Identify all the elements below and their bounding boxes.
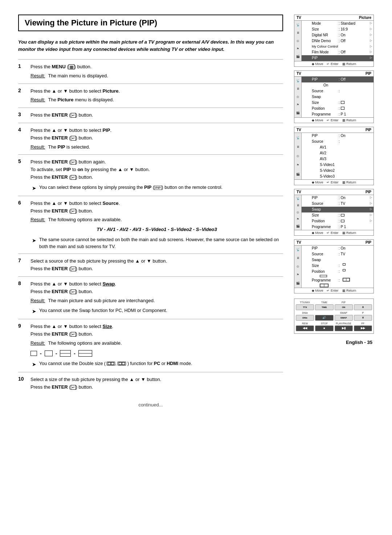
- tv-row-swap-4: Swap ▷: [302, 207, 373, 212]
- tv-panel-3-footer: ◆ Move↵ Enter▦ Return: [294, 179, 373, 185]
- tv-label-3: TV: [297, 128, 301, 132]
- btn-stop[interactable]: ■: [315, 325, 333, 331]
- step-2-result: The Picture menu is displayed.: [48, 96, 114, 104]
- step-7-content: Select a source of the sub picture by pr…: [30, 258, 283, 273]
- btn-swap[interactable]: SWAP: [335, 315, 353, 321]
- tv-section-label-1: Picture: [359, 16, 371, 20]
- tv-panel-4: TV PIP 📡 🖥 ◎ ⚑ 🎬 PIP : On ▷: [294, 189, 374, 236]
- tv-panel-4-header: TV PIP: [294, 189, 373, 195]
- tv-row-pip-4: PIP : On ▷: [302, 195, 373, 201]
- btn-ff[interactable]: ▶▶: [354, 325, 372, 331]
- tv-panel-3: TV PIP 📡 🖥 ◎ ⚑ 🎬 PIP : On Sou: [294, 127, 374, 185]
- step-9-content: Press the ▲ or ▼ button to select Size. …: [30, 323, 283, 368]
- tv-panel-5-header: TV PIP: [294, 240, 373, 246]
- tv-row-mode: Mode : Standard ▷: [302, 21, 373, 27]
- arrow-icon-3: ➤: [32, 308, 36, 315]
- arrow-icon-2: ➤: [32, 237, 36, 250]
- icon-film-3: 🎬: [296, 173, 300, 176]
- btn-time[interactable]: TIME: [315, 304, 333, 310]
- label-time: TIME: [315, 301, 333, 304]
- step-1-content: Press the MENU (▦) button. Result: The m…: [30, 63, 283, 80]
- tv-icons-bar-5: 📡 🖥 ◎ ⚑ 🎬: [294, 246, 302, 288]
- continued-text: continued...: [18, 402, 283, 408]
- tv-icons-bar-1: 📡 🖥 ◎ ⚑ 🎬: [294, 21, 302, 61]
- btn-down[interactable]: ∨: [354, 315, 372, 321]
- icon-antenna-4: 📡: [296, 197, 300, 200]
- btn-vol[interactable]: 🔊: [315, 315, 333, 321]
- tv-panel-4-body: 📡 🖥 ◎ ⚑ 🎬 PIP : On ▷ Source : TV ▷: [294, 195, 373, 230]
- tv-row-size-1: Size :: [302, 100, 373, 106]
- step-num-10: 10: [18, 376, 25, 391]
- step-5-note: ➤ You can select these options by simply…: [30, 184, 283, 192]
- step-6-options: TV - AV1 - AV2 - AV3 - S–Video1 - S–Vide…: [30, 226, 283, 234]
- size-box-xlarge: [78, 350, 92, 357]
- icon-film-2: 🎬: [296, 111, 300, 114]
- step-num-8: 8: [18, 280, 25, 315]
- step-6-result: The following options are available.: [48, 216, 122, 224]
- label-rew: REW: [296, 322, 314, 325]
- label-pip: PIP: [335, 301, 353, 304]
- tv-row-size-av2: AV2: [302, 150, 373, 156]
- tv-row-source-1: Source :: [302, 88, 373, 94]
- tv-label-5: TV: [297, 240, 301, 244]
- result-label-4: Result:: [30, 143, 45, 151]
- step-8-content: Press the ▲ or ▼ button to select Swap. …: [30, 280, 283, 315]
- tv-row-pip-off: PIP : Off: [302, 77, 373, 82]
- tv-row-dnr: Digital NR : On ▷: [302, 32, 373, 38]
- label-empty: [354, 301, 372, 304]
- result-label-8: Result:: [30, 297, 45, 305]
- left-column: Viewing the Picture in Picture (PIP) You…: [18, 15, 283, 520]
- btn-pip-on[interactable]: ON: [335, 304, 353, 310]
- result-label: Result:: [30, 72, 45, 80]
- icon-screen-3: 🖥: [297, 145, 299, 149]
- icon-film-4: 🎬: [296, 224, 300, 228]
- tv-row-source-5: Source : TV: [302, 251, 373, 257]
- step-5: 5 Press the ENTER (↵) button again. To a…: [18, 154, 283, 195]
- tv-section-label-4: PIP: [366, 190, 371, 194]
- btn-ttxmix[interactable]: TTX: [296, 304, 314, 310]
- tv-row-sv1: S-Video1: [302, 162, 373, 168]
- step-10: 10 Select a size of the sub picture by p…: [18, 372, 283, 395]
- step-4-result: The PIP is selected.: [48, 143, 90, 151]
- tv-section-label-3: PIP: [366, 128, 371, 132]
- tv-panel-3-header: TV PIP: [294, 127, 373, 133]
- step-8-note: ➤ You cannot use the Swap function for P…: [30, 307, 283, 315]
- step-5-content: Press the ENTER (↵) button again. To act…: [30, 158, 283, 192]
- label-stop: STOP: [315, 322, 333, 325]
- remote-grid-1: TTX TIME ON ∧: [296, 304, 372, 310]
- step-9: 9 Press the ▲ or ▼ button to select Size…: [18, 319, 283, 372]
- tv-row-swap-5: Swap: [302, 257, 373, 263]
- step-num-2: 2: [18, 88, 25, 104]
- icon-antenna: 📡: [296, 23, 300, 27]
- icon-antenna-2: 📡: [296, 79, 300, 82]
- btn-rew[interactable]: ◀◀: [296, 325, 314, 331]
- step-7: 7 Select a source of the sub picture by …: [18, 254, 283, 276]
- result-label-9: Result:: [30, 340, 45, 347]
- size-box-small: [30, 351, 37, 356]
- tv-row-pip-5: PIP : On: [302, 246, 373, 251]
- btn-dnie[interactable]: DNIe: [296, 315, 314, 321]
- step-num-4: 4: [18, 127, 25, 151]
- label-ttxmix: TTX/MIX: [296, 301, 314, 304]
- label-playpause: PLAY/PAUSE: [335, 322, 353, 325]
- tv-label-2: TV: [297, 72, 301, 76]
- tv-icons-bar-4: 📡 🖥 ◎ ⚑ 🎬: [294, 195, 302, 230]
- remote-row-3-labels: REW STOP PLAY/PAUSE FF: [296, 322, 372, 325]
- arrow-icon-4: ➤: [32, 361, 36, 368]
- tv-row-prog-1: Programme : P 1: [302, 112, 373, 117]
- icon-flag-2: ⚑: [297, 103, 299, 106]
- step-num-6: 6: [18, 200, 25, 250]
- icon-antenna-3: 📡: [296, 136, 300, 139]
- tv-row-film: Film Mode : Off ▷: [302, 49, 373, 55]
- tv-row-size-5: Size :: [302, 263, 373, 269]
- tv-row-swap-av1: AV1: [302, 145, 373, 150]
- step-6-content: Press the ▲ or ▼ button to select Source…: [30, 200, 283, 250]
- tv-row-sv3: S-Video3: [302, 174, 373, 179]
- btn-up[interactable]: ∧: [354, 304, 372, 310]
- step-2-content: Press the ▲ or ▼ button to select Pictur…: [30, 88, 283, 104]
- icon-screen: 🖥: [297, 31, 299, 35]
- btn-play[interactable]: ▶▮: [335, 325, 353, 331]
- tv-label-1: TV: [297, 16, 301, 20]
- tv-panel-2-body: 📡 🖥 ◎ ⚑ 🎬 PIP : Off On Source: [294, 77, 373, 117]
- tv-row-colour: My Colour Control ▷: [302, 44, 373, 49]
